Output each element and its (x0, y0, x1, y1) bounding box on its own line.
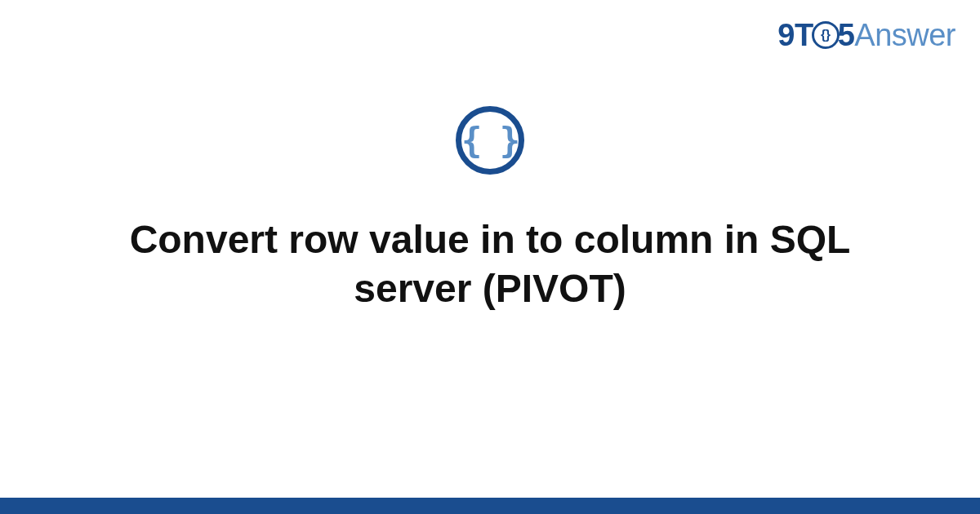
footer-bar (0, 498, 980, 514)
site-logo: 9T{}5Answer (777, 18, 956, 53)
logo-text-answer: Answer (854, 18, 956, 52)
logo-circle-icon: {} (812, 21, 840, 49)
logo-text-9t: 9T (777, 18, 813, 52)
braces-icon: { } (461, 121, 519, 161)
logo-braces-small: {} (821, 28, 830, 42)
logo-text-5: 5 (838, 18, 855, 52)
main-content: { } Convert row value in to column in SQ… (0, 106, 980, 313)
page-title: Convert row value in to column in SQL se… (61, 215, 919, 313)
code-icon-circle: { } (456, 106, 524, 175)
